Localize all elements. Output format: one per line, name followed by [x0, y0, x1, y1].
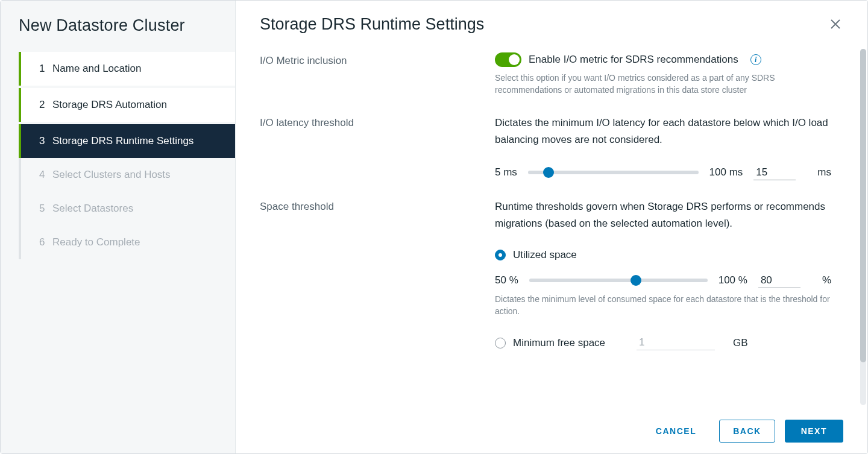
main-header: Storage DRS Runtime Settings	[236, 1, 867, 40]
scrollbar[interactable]	[860, 49, 866, 405]
min-free-space-input	[637, 335, 715, 350]
back-button[interactable]: BACK	[719, 420, 775, 443]
wizard-title: New Datastore Cluster	[1, 13, 235, 52]
step-ready-to-complete: 6 Ready to Complete	[19, 225, 235, 259]
utilized-space-radio[interactable]	[495, 250, 506, 260]
space-value: Runtime thresholds govern when Storage D…	[495, 198, 831, 351]
utilized-slider-thumb[interactable]	[631, 275, 641, 286]
io-metric-help: Select this option if you want I/O metri…	[495, 72, 831, 96]
utilized-max-label: 100 %	[719, 274, 747, 286]
latency-slider-row: 5 ms 100 ms ms	[495, 165, 831, 180]
utilized-help: Dictates the minimum level of consumed s…	[495, 293, 831, 318]
min-free-space-row: Minimum free space GB	[495, 335, 831, 350]
step-select-clusters-and-hosts: 4 Select Clusters and Hosts	[19, 158, 235, 192]
wizard-main: Storage DRS Runtime Settings I/O Metric …	[236, 1, 867, 453]
latency-min-label: 5 ms	[495, 166, 517, 178]
utilized-unit: %	[822, 274, 831, 286]
latency-slider[interactable]	[528, 171, 699, 174]
latency-slider-thumb[interactable]	[543, 167, 554, 178]
utilized-space-radio-row: Utilized space	[495, 249, 831, 261]
io-metric-toggle-row: Enable I/O metric for SDRS recommendatio…	[495, 52, 831, 67]
space-description: Runtime thresholds govern when Storage D…	[495, 198, 831, 232]
io-metric-label: I/O Metric inclusion	[260, 52, 495, 96]
latency-value: Dictates the minimum I/O latency for eac…	[495, 115, 831, 180]
min-free-space-label: Minimum free space	[513, 337, 605, 349]
info-icon[interactable]: i	[750, 54, 761, 65]
step-storage-drs-automation[interactable]: 2 Storage DRS Automation	[19, 88, 235, 122]
step-label: Storage DRS Runtime Settings	[52, 135, 193, 147]
latency-row: I/O latency threshold Dictates the minim…	[260, 115, 831, 180]
space-row: Space threshold Runtime thresholds gover…	[260, 198, 831, 351]
space-label: Space threshold	[260, 198, 495, 351]
cancel-button[interactable]: CANCEL	[643, 420, 709, 442]
latency-input[interactable]	[753, 165, 796, 180]
step-name-and-location[interactable]: 1 Name and Location	[19, 52, 235, 86]
io-metric-value: Enable I/O metric for SDRS recommendatio…	[495, 52, 831, 96]
close-button[interactable]	[828, 15, 843, 34]
wizard-dialog: New Datastore Cluster 1 Name and Locatio…	[0, 0, 868, 454]
utilized-slider-row: 50 % 100 % %	[495, 273, 831, 288]
utilized-min-label: 50 %	[495, 274, 518, 286]
step-number: 2	[39, 99, 52, 111]
latency-unit: ms	[817, 166, 831, 178]
io-metric-toggle[interactable]	[495, 52, 521, 67]
wizard-steps: 1 Name and Location 2 Storage DRS Automa…	[19, 52, 235, 259]
latency-max-label: 100 ms	[709, 166, 743, 178]
latency-description: Dictates the minimum I/O latency for eac…	[495, 115, 831, 148]
step-label: Select Clusters and Hosts	[52, 169, 171, 181]
step-number: 3	[39, 135, 52, 147]
io-metric-row: I/O Metric inclusion Enable I/O metric f…	[260, 52, 831, 96]
step-number: 6	[39, 236, 52, 248]
step-number: 5	[39, 203, 52, 215]
step-label: Select Datastores	[52, 203, 133, 215]
close-icon	[830, 16, 841, 33]
step-number: 1	[39, 63, 52, 75]
scrollbar-thumb[interactable]	[860, 49, 866, 362]
min-free-space-radio[interactable]	[495, 338, 506, 348]
utilized-input[interactable]	[758, 273, 800, 288]
step-label: Ready to Complete	[52, 236, 140, 248]
step-select-datastores: 5 Select Datastores	[19, 192, 235, 225]
wizard-footer: CANCEL BACK NEXT	[236, 409, 867, 453]
min-free-space-unit: GB	[733, 337, 748, 349]
wizard-sidebar: New Datastore Cluster 1 Name and Locatio…	[1, 1, 236, 453]
io-metric-toggle-label: Enable I/O metric for SDRS recommendatio…	[529, 54, 738, 66]
content-area: I/O Metric inclusion Enable I/O metric f…	[236, 40, 867, 409]
next-button[interactable]: NEXT	[785, 420, 843, 443]
page-title: Storage DRS Runtime Settings	[260, 15, 484, 34]
utilized-slider[interactable]	[529, 279, 708, 282]
step-storage-drs-runtime-settings[interactable]: 3 Storage DRS Runtime Settings	[19, 124, 235, 158]
step-number: 4	[39, 169, 52, 181]
step-label: Name and Location	[52, 63, 141, 75]
latency-label: I/O latency threshold	[260, 115, 495, 180]
utilized-space-label: Utilized space	[513, 249, 577, 261]
step-label: Storage DRS Automation	[52, 99, 167, 111]
